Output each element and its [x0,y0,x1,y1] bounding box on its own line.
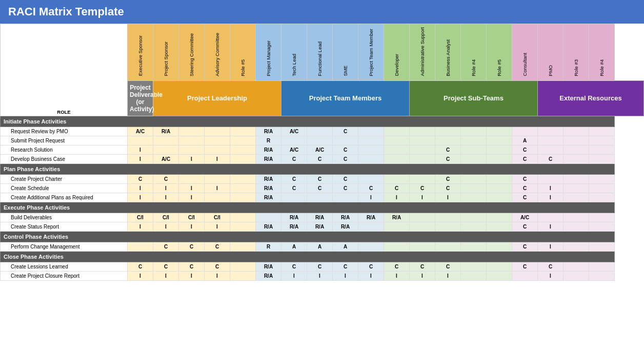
cell-value [564,127,589,136]
cell-value [410,127,435,136]
cell-value: A/C [512,213,538,222]
cell-value: I [179,271,205,280]
table-row: Create Project CharterCCR/ACCCCC [1,174,644,183]
cell-value: C [512,193,538,202]
cell-value [512,127,538,136]
table-row: Create ScheduleIIIIR/ACCCCCCCCI [1,183,644,193]
group-header-project-leadership: Project Leadership [153,80,281,116]
role-header-project-manager: Project Manager [256,24,281,81]
cell-value: C [538,262,564,271]
cell-value: C [281,262,307,271]
cell-value [205,127,230,136]
cell-value [538,136,564,145]
cell-value: C [179,262,205,271]
role-header-role-#5: Role #5 [230,24,256,81]
cell-value: C [333,174,358,183]
cell-value: I [538,271,564,280]
cell-value [589,262,615,271]
cell-value [461,222,487,231]
cell-value: R/A [256,174,281,183]
cell-value: I [410,193,435,202]
activity-name: Create Project Closure Report [1,271,128,280]
cell-value [179,136,205,145]
role-header-administrative-support: Administrative Support [410,24,435,81]
cell-value [564,183,589,193]
cell-value: C [333,262,358,271]
cell-value [564,154,589,163]
cell-value [384,174,410,183]
cell-value: R/A [307,222,333,231]
role-header-tech-lead: Tech Lead [281,24,307,81]
cell-value [589,242,615,251]
phase-row: Initiate Phase Activities [1,116,644,127]
cell-value [153,136,179,145]
cell-value [589,193,615,202]
cell-value: I [153,193,179,202]
cell-value: C [435,262,461,271]
cell-value [358,145,384,154]
activity-name: Submit Project Request [1,136,128,145]
cell-value [410,222,435,231]
cell-value [564,271,589,280]
activity-name: Research Solution [1,145,128,154]
cell-value: I [358,193,384,202]
cell-value [589,154,615,163]
cell-value: A/C [128,127,153,136]
cell-value: I [128,271,153,280]
cell-value: C [435,145,461,154]
cell-value: A [307,242,333,251]
cell-value [230,174,256,183]
cell-value [564,193,589,202]
cell-value [461,154,487,163]
cell-value: C [512,262,538,271]
cell-value [384,242,410,251]
cell-value: C [205,262,230,271]
cell-value: C [307,262,333,271]
cell-value: C [333,127,358,136]
cell-value: I [128,183,153,193]
cell-value [230,262,256,271]
activity-name: Create Status Report [1,222,128,231]
cell-value [487,222,512,231]
cell-value: C [128,174,153,183]
cell-value [435,213,461,222]
cell-value: I [179,183,205,193]
cell-value [487,154,512,163]
cell-value [487,213,512,222]
cell-value: I [205,271,230,280]
cell-value [538,213,564,222]
cell-value [153,145,179,154]
cell-value [589,213,615,222]
cell-value [435,242,461,251]
cell-value [589,222,615,231]
cell-value [230,136,256,145]
role-header-executive-sponsor: Executive Sponsor [128,24,153,81]
activity-name: Build Deliverables [1,213,128,222]
cell-value [487,145,512,154]
cell-value: R/A [333,213,358,222]
role-header-business-analyst: Business Analyst [435,24,461,81]
cell-value [230,271,256,280]
title-bar: RACI Matrix Template [0,0,644,24]
cell-value: I [333,271,358,280]
cell-value: C [333,145,358,154]
cell-value [410,242,435,251]
cell-value: C [153,262,179,271]
cell-value [564,213,589,222]
cell-value [564,242,589,251]
group-header-project-team-members: Project Team Members [281,80,410,116]
cell-value: C [153,242,179,251]
cell-value: C [333,183,358,193]
cell-value [281,193,307,202]
cell-value: C [281,174,307,183]
cell-value: I [435,271,461,280]
cell-value: R/A [256,262,281,271]
cell-value [461,174,487,183]
cell-value: R/A [256,222,281,231]
cell-value [358,222,384,231]
cell-value [230,145,256,154]
cell-value: I [435,193,461,202]
cell-value: C [410,183,435,193]
phase-row: Execute Phase Activities [1,202,644,213]
table-row: Create Additional Plans as RequiredIIIR/… [1,193,644,202]
